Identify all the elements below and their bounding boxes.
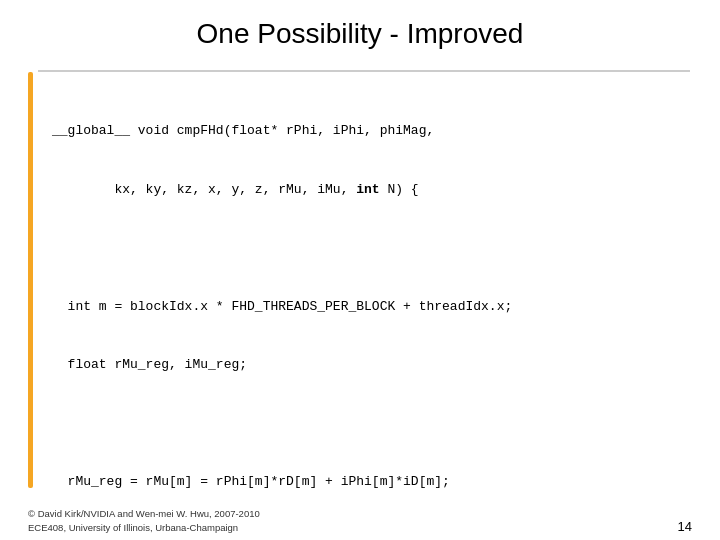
code-line-1: __global__ void cmpFHd(float* rPhi, iPhi… — [52, 121, 680, 141]
code-line-7: rMu_reg = rMu[m] = rPhi[m]*rD[m] + iPhi[… — [52, 472, 680, 488]
footer-institution: ECE408, University of Illinois, Urbana-C… — [28, 521, 260, 534]
code-line-4: int m = blockIdx.x * FHD_THREADS_PER_BLO… — [52, 297, 680, 317]
code-line-2: kx, ky, kz, x, y, z, rMu, iMu, int N) { — [52, 180, 680, 200]
footer-left: © David Kirk/NVIDIA and Wen-mei W. Hwu, … — [28, 507, 260, 534]
slide-title: One Possibility - Improved — [0, 0, 720, 62]
code-block: __global__ void cmpFHd(float* rPhi, iPhi… — [52, 82, 680, 488]
footer: © David Kirk/NVIDIA and Wen-mei W. Hwu, … — [28, 507, 692, 534]
footer-copyright: © David Kirk/NVIDIA and Wen-mei W. Hwu, … — [28, 507, 260, 520]
code-line-3 — [52, 238, 680, 258]
code-container: __global__ void cmpFHd(float* rPhi, iPhi… — [38, 70, 690, 488]
slide: One Possibility - Improved __global__ vo… — [0, 0, 720, 540]
footer-slide-number: 14 — [678, 519, 692, 534]
accent-bar — [28, 72, 33, 488]
code-line-5: float rMu_reg, iMu_reg; — [52, 355, 680, 375]
code-line-6 — [52, 414, 680, 434]
